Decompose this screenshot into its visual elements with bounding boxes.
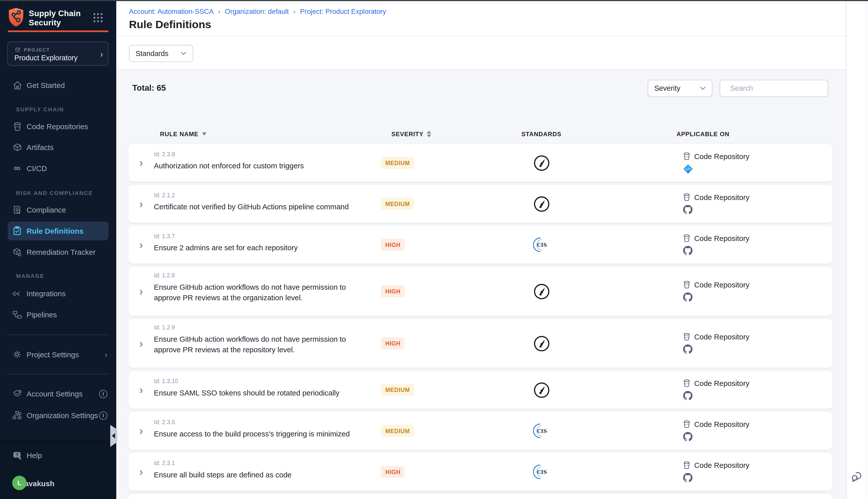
rule-id: Id: 2.3.1 xyxy=(154,460,370,466)
table-row[interactable]: › Id: 1.1.9 HIGH Code Repository xyxy=(128,494,833,499)
sidebar-item-artifacts[interactable]: Artifacts xyxy=(0,138,116,157)
sidebar-item-project-settings[interactable]: Project Settings › xyxy=(0,345,116,364)
table-row[interactable]: › Id: 2.3.9 Authorization not enforced f… xyxy=(128,144,833,182)
column-label: RULE NAME xyxy=(160,131,198,137)
org-chart-gear-icon xyxy=(12,410,23,421)
rule-name: Ensure 2 admins are set for each reposit… xyxy=(154,242,370,253)
help-chat-icon xyxy=(12,450,23,461)
row-expand-chevron[interactable]: › xyxy=(128,453,154,491)
severity-filter-dropdown[interactable]: Severity xyxy=(648,80,712,97)
row-expand-chevron[interactable]: › xyxy=(128,494,154,499)
sidebar-item-cicd[interactable]: ∞ CI/CD xyxy=(0,159,116,178)
github-icon xyxy=(683,344,692,354)
rule-id: Id: 2.3.9 xyxy=(154,151,370,157)
search-input[interactable] xyxy=(729,84,829,93)
code-repository-icon xyxy=(683,193,691,202)
table-row[interactable]: › Id: 1.3.10 Ensure SAML SSO tokens shou… xyxy=(128,371,833,409)
sidebar-item-account-settings[interactable]: Account Settings i xyxy=(0,385,116,403)
sort-descending-icon[interactable] xyxy=(202,132,207,136)
rule-name: Ensure GitHub action workflows do not ha… xyxy=(154,334,370,355)
owasp-standard-icon xyxy=(533,382,549,398)
code-repository-icon xyxy=(683,332,691,341)
column-header-severity[interactable]: SEVERITY xyxy=(370,131,453,137)
row-expand-chevron[interactable]: › xyxy=(128,371,154,409)
owasp-standard-icon xyxy=(533,336,549,352)
breadcrumb-project-link[interactable]: Project: Product Exploratory xyxy=(300,8,386,15)
sidebar-item-get-started[interactable]: Get Started xyxy=(0,76,116,95)
code-repository-icon xyxy=(683,461,691,470)
table-row[interactable]: › Id: 1.2.8 Ensure GitHub action workflo… xyxy=(128,267,833,316)
app-root: Supply Chain Security PROJECT Product Ex… xyxy=(0,0,868,499)
breadcrumb-account-link[interactable]: Account: Automation-SSCA xyxy=(129,8,214,15)
info-icon[interactable]: i xyxy=(99,390,108,398)
row-expand-chevron[interactable]: › xyxy=(128,267,154,316)
standards-dropdown[interactable]: Standards xyxy=(129,45,194,62)
code-repository-icon xyxy=(683,234,691,242)
sort-toggle-icon[interactable] xyxy=(427,131,431,137)
sidebar-item-organization-settings[interactable]: Organization Settings i xyxy=(0,406,116,425)
breadcrumb: Account: Automation-SSCA › Organization:… xyxy=(129,7,386,15)
sidebar-item-label: CI/CD xyxy=(27,164,47,173)
sidebar: Supply Chain Security PROJECT Product Ex… xyxy=(0,0,116,499)
severity-dropdown-label: Severity xyxy=(654,84,680,93)
column-label: SEVERITY xyxy=(391,131,423,137)
chevron-right-icon: › xyxy=(105,350,107,359)
code-repository-icon xyxy=(683,152,691,160)
search-box[interactable] xyxy=(720,80,828,97)
owasp-standard-icon xyxy=(533,283,549,299)
info-icon[interactable]: i xyxy=(99,411,108,419)
support-chat-icon[interactable] xyxy=(851,470,863,482)
rule-name: Ensure access to the build process's tri… xyxy=(154,429,370,439)
cis-standard-icon xyxy=(533,236,550,253)
sidebar-item-label: Account Settings xyxy=(27,390,83,398)
sidebar-item-label: Compliance xyxy=(27,206,66,214)
github-icon xyxy=(683,391,692,400)
applicable-on-label: Code Repository xyxy=(694,152,749,160)
filter-strip: Standards xyxy=(116,36,846,70)
row-expand-chevron[interactable]: › xyxy=(128,185,154,223)
rule-id: Id: 2.3.5 xyxy=(154,418,370,425)
row-expand-chevron[interactable]: › xyxy=(128,144,154,182)
owasp-standard-icon xyxy=(533,196,549,212)
table-row[interactable]: › Id: 2.3.1 Ensure all build steps are d… xyxy=(128,453,833,491)
table-row[interactable]: › Id: 1.3.7 Ensure 2 admins are set for … xyxy=(128,226,833,264)
applicable-on-label: Code Repository xyxy=(694,379,749,387)
github-icon xyxy=(683,246,692,255)
rule-id: Id: 1.3.10 xyxy=(154,378,370,384)
code-repo-bucket-icon xyxy=(12,121,23,132)
sidebar-item-label: Get Started xyxy=(27,81,65,89)
project-selector[interactable]: PROJECT Product Exploratory › xyxy=(7,41,109,66)
rule-name: Certificate not verified by GitHub Actio… xyxy=(154,202,370,212)
table-row[interactable]: › Id: 1.2.9 Ensure GitHub action workflo… xyxy=(128,319,833,368)
user-menu[interactable]: L Lavakush xyxy=(0,476,116,491)
app-logo-shield-icon xyxy=(8,7,24,27)
severity-badge: HIGH xyxy=(381,466,405,478)
table-header: RULE NAME SEVERITY STANDARDS APPLICABLE … xyxy=(128,127,833,141)
rule-name: Ensure all build steps are defined as co… xyxy=(154,470,370,480)
module-switcher-grid-icon[interactable] xyxy=(92,12,103,23)
sidebar-item-pipelines[interactable]: Pipelines xyxy=(0,305,116,324)
sidebar-item-help[interactable]: Help xyxy=(0,446,116,465)
breadcrumb-organization-link[interactable]: Organization: default xyxy=(225,8,288,15)
row-expand-chevron[interactable]: › xyxy=(128,226,154,264)
table-row[interactable]: › Id: 2.1.2 Certificate not verified by … xyxy=(128,185,833,223)
column-header-rule-name[interactable]: RULE NAME xyxy=(154,131,370,137)
project-cube-icon xyxy=(14,47,21,53)
sidebar-item-code-repositories[interactable]: Code Repositories xyxy=(0,117,116,136)
row-expand-chevron[interactable]: › xyxy=(128,319,154,368)
divider xyxy=(8,374,109,374)
sidebar-item-integrations[interactable]: Integrations xyxy=(0,284,116,303)
row-expand-chevron[interactable]: › xyxy=(128,412,154,450)
github-icon xyxy=(683,292,692,302)
sidebar-item-rule-definitions[interactable]: Rule Definitions xyxy=(8,222,109,241)
sidebar-item-remediation-tracker[interactable]: Remediation Tracker xyxy=(0,242,116,261)
chevron-separator-icon: › xyxy=(293,7,296,15)
table-row[interactable]: › Id: 2.3.5 Ensure access to the build p… xyxy=(128,412,833,450)
sidebar-item-compliance[interactable]: Compliance xyxy=(0,200,116,219)
cis-standard-icon xyxy=(533,464,550,480)
applicable-on-label: Code Repository xyxy=(694,280,749,289)
rule-name: Ensure SAML SSO tokens should be rotated… xyxy=(154,388,370,398)
applicable-on-label: Code Repository xyxy=(694,420,749,428)
column-label: STANDARDS xyxy=(521,131,561,137)
page-title: Rule Definitions xyxy=(129,19,211,31)
